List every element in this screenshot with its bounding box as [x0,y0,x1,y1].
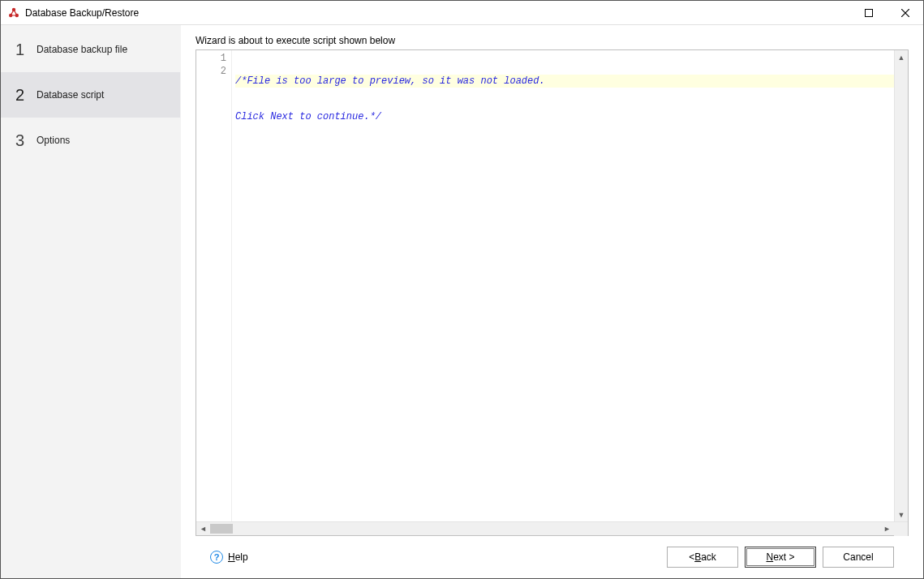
back-button[interactable]: < Back [667,547,738,568]
scroll-down-icon[interactable]: ▼ [895,508,908,521]
scroll-track[interactable] [895,64,908,508]
wizard-steps-sidebar: 1 Database backup file 2 Database script… [1,25,181,578]
help-label: Help [228,551,248,563]
line-number: 1 [196,52,231,65]
maximize-icon [865,9,873,17]
editor-body[interactable]: 1 2 /*File is too large to preview, so i… [196,50,908,521]
help-icon: ? [210,551,223,564]
footer-bar: ? Help < Back Next > Cancel [196,536,909,578]
line-number: 2 [196,65,231,78]
scroll-left-icon[interactable]: ◄ [196,522,210,536]
step-number: 1 [15,41,37,59]
cancel-button[interactable]: Cancel [823,547,894,568]
step-label: Database backup file [37,44,127,55]
step-database-backup-file[interactable]: 1 Database backup file [1,27,180,72]
code-line: /*File is too large to preview, so it wa… [235,75,894,88]
step-database-script[interactable]: 2 Database script [1,72,180,118]
main-panel: Wizard is about to execute script shown … [181,25,923,578]
app-icon [7,6,20,19]
horizontal-scrollbar[interactable]: ◄ ► [196,521,908,535]
scroll-up-icon[interactable]: ▲ [895,50,908,64]
next-button[interactable]: Next > [745,547,816,568]
step-number: 2 [15,86,37,105]
close-button[interactable] [887,1,923,25]
window-title: Database Backup/Restore [25,7,139,19]
svg-rect-3 [865,9,872,16]
step-label: Options [37,135,70,146]
scroll-track[interactable] [210,522,880,535]
line-number-gutter: 1 2 [196,50,232,521]
code-area[interactable]: /*File is too large to preview, so it wa… [232,50,894,521]
app-window: Database Backup/Restore 1 Database backu… [0,0,924,579]
scroll-corner [894,522,908,536]
vertical-scrollbar[interactable]: ▲ ▼ [894,50,908,521]
wizard-body: 1 Database backup file 2 Database script… [1,25,923,578]
titlebar: Database Backup/Restore [1,1,923,25]
step-number: 3 [15,131,37,150]
scroll-right-icon[interactable]: ► [880,522,894,536]
step-options[interactable]: 3 Options [1,118,180,163]
step-label: Database script [37,89,104,101]
cancel-label: Cancel [843,551,873,563]
help-link[interactable]: ? Help [210,551,248,564]
code-line: Click Next to continue.*/ [235,110,894,123]
close-icon [901,9,909,17]
maximize-button[interactable] [850,1,887,25]
script-editor: 1 2 /*File is too large to preview, so i… [196,49,909,536]
instruction-text: Wizard is about to execute script shown … [196,35,909,46]
scroll-thumb[interactable] [210,524,233,534]
